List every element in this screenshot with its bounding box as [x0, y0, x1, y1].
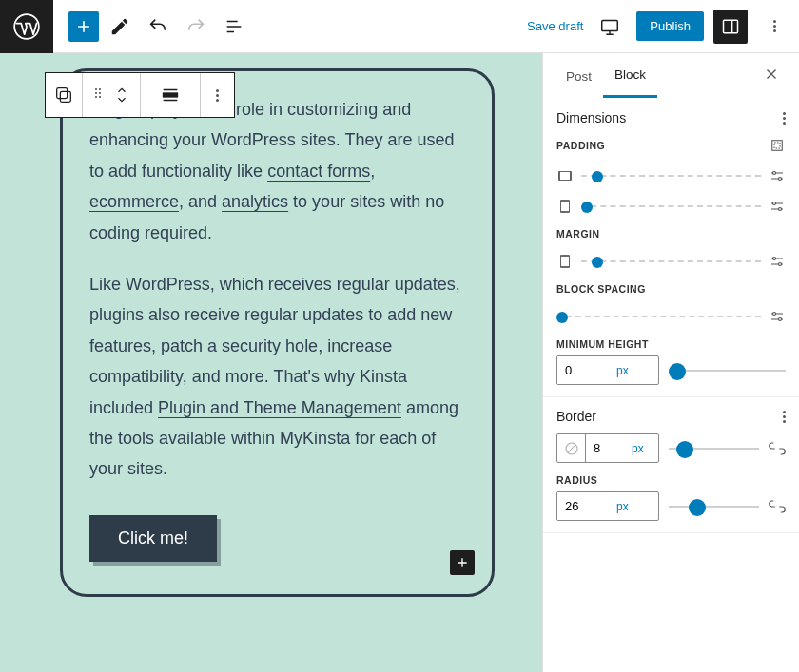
preview-button[interactable]: [593, 10, 627, 44]
move-down-button[interactable]: [115, 95, 128, 105]
drag-handle-icon[interactable]: [90, 86, 106, 105]
min-height-slider[interactable]: [669, 370, 786, 372]
publish-button[interactable]: Publish: [636, 11, 704, 41]
svg-rect-17: [561, 201, 570, 212]
unlink-radius-icon[interactable]: [769, 498, 786, 515]
svg-rect-11: [164, 93, 178, 97]
edit-mode-button[interactable]: [103, 10, 137, 44]
document-overview-button[interactable]: [217, 10, 251, 44]
min-height-unit[interactable]: px: [607, 356, 638, 384]
move-up-button[interactable]: [115, 86, 128, 95]
options-button[interactable]: [757, 10, 791, 44]
svg-point-24: [779, 318, 782, 321]
tab-post[interactable]: Post: [555, 56, 603, 97]
border-width-input[interactable]: [586, 434, 622, 462]
block-spacing-slider[interactable]: [556, 316, 761, 317]
svg-point-23: [773, 313, 776, 316]
padding-horizontal-slider[interactable]: [581, 175, 761, 177]
min-height-label: MINIMUM HEIGHT: [556, 338, 649, 350]
padding-label: PADDING: [556, 140, 605, 151]
set-custom-icon[interactable]: [769, 253, 786, 270]
border-heading: Border: [556, 409, 596, 424]
paragraph-block[interactable]: Like WordPress, which receives regular u…: [89, 269, 465, 485]
svg-point-19: [779, 208, 782, 211]
block-toolbar: [45, 72, 235, 118]
svg-point-18: [773, 202, 776, 205]
link-analytics[interactable]: analytics: [222, 192, 288, 211]
settings-toggle-button[interactable]: [713, 10, 748, 44]
svg-point-9: [95, 96, 97, 98]
dimensions-options-button[interactable]: [783, 112, 786, 125]
border-width-unit[interactable]: px: [622, 434, 653, 462]
group-block[interactable]: Plugins play a vital role in customizing…: [60, 68, 495, 597]
padding-horizontal-icon: [556, 167, 574, 184]
block-type-button[interactable]: [46, 73, 83, 117]
dimensions-heading: Dimensions: [556, 110, 626, 125]
border-radius-slider[interactable]: [669, 506, 759, 508]
save-draft-link[interactable]: Save draft: [527, 19, 583, 33]
svg-point-10: [99, 96, 101, 98]
add-inner-block-button[interactable]: [450, 550, 475, 575]
svg-rect-3: [57, 88, 68, 99]
click-me-button[interactable]: Click me!: [89, 515, 217, 562]
link-contact-forms[interactable]: contact forms: [267, 162, 370, 181]
align-button[interactable]: [141, 73, 201, 117]
svg-rect-13: [774, 143, 780, 148]
svg-point-16: [779, 178, 782, 181]
link-ecommerce[interactable]: ecommerce: [89, 192, 179, 211]
settings-sidebar: Post Block Dimensions PADDING: [542, 53, 799, 672]
set-custom-icon[interactable]: [769, 167, 786, 184]
min-height-input[interactable]: [557, 356, 607, 384]
border-radius-unit[interactable]: px: [607, 492, 638, 520]
svg-rect-20: [561, 256, 570, 267]
link-plugin-theme-mgmt[interactable]: Plugin and Theme Management: [158, 398, 401, 417]
padding-vertical-icon: [556, 198, 574, 215]
editor-canvas[interactable]: Plugins play a vital role in customizing…: [0, 53, 542, 672]
tab-block[interactable]: Block: [603, 54, 657, 98]
svg-rect-12: [772, 141, 783, 151]
svg-rect-2: [724, 20, 738, 32]
svg-point-8: [99, 92, 101, 94]
redo-button[interactable]: [179, 10, 213, 44]
unlink-border-icon[interactable]: [769, 440, 786, 457]
svg-point-15: [773, 172, 776, 175]
block-spacing-label: BLOCK SPACING: [556, 283, 646, 295]
svg-rect-14: [559, 172, 571, 181]
border-radius-input[interactable]: [557, 492, 607, 520]
add-block-button[interactable]: [68, 11, 99, 42]
margin-label: MARGIN: [556, 228, 600, 240]
close-panel-button[interactable]: [755, 58, 788, 94]
border-width-slider[interactable]: [669, 448, 759, 450]
svg-rect-4: [60, 91, 70, 102]
undo-button[interactable]: [141, 10, 175, 44]
margin-vertical-icon: [556, 253, 574, 270]
border-color-swatch[interactable]: [557, 434, 586, 462]
unlink-sides-icon[interactable]: [769, 137, 786, 154]
set-custom-icon[interactable]: [769, 198, 786, 215]
margin-slider[interactable]: [581, 260, 761, 262]
svg-rect-1: [602, 20, 618, 30]
svg-point-7: [95, 92, 97, 94]
radius-label: RADIUS: [556, 474, 597, 486]
set-custom-icon[interactable]: [769, 308, 786, 325]
wordpress-logo[interactable]: [0, 0, 53, 53]
svg-point-22: [779, 263, 782, 266]
padding-vertical-slider[interactable]: [581, 205, 761, 207]
svg-point-6: [99, 88, 101, 90]
block-more-button[interactable]: [201, 73, 234, 117]
svg-point-21: [773, 258, 776, 260]
svg-point-5: [95, 88, 97, 90]
border-options-button[interactable]: [783, 411, 786, 423]
